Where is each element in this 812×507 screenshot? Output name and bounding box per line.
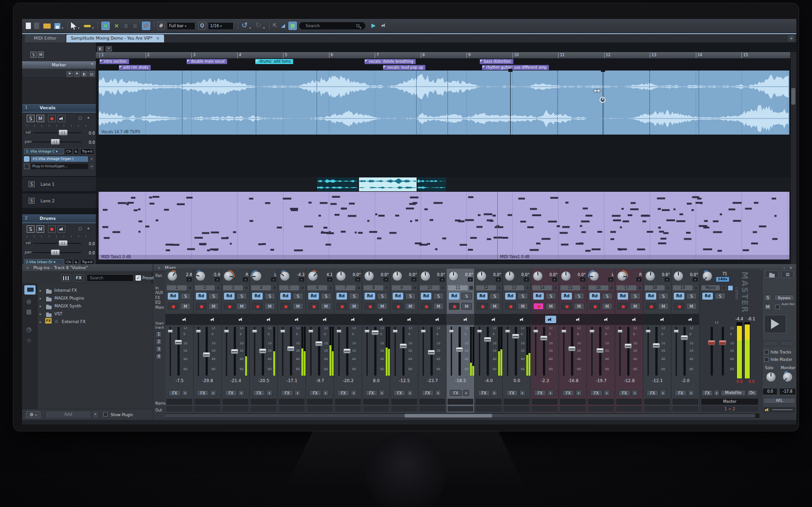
track-pan-handle[interactable] (51, 249, 60, 255)
channel-number[interactable]: 7 (335, 285, 355, 290)
solo-button[interactable]: S (208, 293, 219, 300)
new-file-icon-dim[interactable] (34, 23, 39, 29)
channel-monitor-button[interactable] (236, 316, 247, 323)
aux-fader-track[interactable] (479, 327, 480, 376)
channel-number[interactable]: 16 (588, 285, 608, 290)
pan-knob[interactable] (533, 271, 543, 281)
start-track-button-4[interactable]: 4 (156, 354, 162, 360)
pan-menu-icon[interactable]: ▾ (608, 277, 613, 282)
channel-out-field[interactable] (616, 406, 642, 412)
lock-icon[interactable]: ◻ (78, 226, 84, 232)
record-button[interactable] (618, 303, 628, 310)
mixer-channel-16[interactable]: L▾16RdSM12010204080-19.7FX▾ (587, 269, 615, 413)
search-input[interactable]: Search (299, 22, 366, 30)
aux-fader-track[interactable] (507, 327, 508, 376)
volume-fader-handle[interactable] (231, 349, 238, 354)
plugin-slot-menu-icon[interactable]: ▾ (89, 164, 94, 169)
arranger-dropdown-icon[interactable]: ▾ (106, 46, 112, 52)
arranger-solo-button[interactable]: S (30, 52, 36, 58)
volume-fader-handle[interactable] (203, 352, 210, 357)
aux-fader-handle[interactable] (308, 330, 313, 333)
marker-chip[interactable]: add rim shots (119, 65, 151, 70)
channel-fx-menu-icon[interactable]: ▾ (435, 390, 441, 396)
hide-tracks-checkbox[interactable] (764, 350, 769, 354)
mixer-scrollbar-bright[interactable] (405, 414, 492, 418)
aux-fader-handle[interactable] (646, 330, 651, 333)
solo-knob[interactable] (766, 372, 776, 382)
channel-out-field[interactable] (588, 406, 614, 412)
aux-fader-handle[interactable] (674, 330, 679, 333)
master-read-button[interactable]: Rd (702, 293, 713, 300)
mixer-channel-6[interactable]: 4.1▾6RdSM12010204080-9.7FX▾ (306, 269, 334, 413)
range-handle[interactable] (508, 69, 512, 72)
record-button[interactable] (589, 303, 600, 310)
channel-fx-button[interactable]: FX (675, 390, 687, 396)
aux-fader-handle[interactable] (449, 330, 454, 333)
volume-fader-track[interactable] (402, 327, 405, 376)
channel-fx-menu-icon[interactable]: ▾ (294, 390, 300, 396)
mute-button[interactable]: M (293, 303, 303, 310)
aux-fader-handle[interactable] (618, 330, 623, 333)
master-fader-track[interactable] (722, 327, 724, 376)
pan-knob[interactable] (673, 271, 683, 281)
pan-menu-icon[interactable]: ▾ (665, 277, 670, 282)
global-mute-button[interactable]: M (764, 304, 771, 310)
track-record-button[interactable] (48, 225, 56, 233)
channel-monitor-button[interactable] (264, 316, 275, 323)
mixer-master-strip[interactable]: 71140xMonoRdSMASTERcarbon1212010204080-4… (700, 269, 760, 413)
channel-option-button[interactable] (610, 286, 614, 290)
mute-button[interactable]: M (349, 303, 359, 310)
channel-number[interactable]: 4 (251, 285, 271, 290)
volume-fader-handle[interactable] (653, 343, 660, 348)
marker-tool-icon-2[interactable]: ◧ (81, 71, 88, 77)
channel-out-field[interactable] (335, 406, 361, 412)
aux-fader-track[interactable] (170, 327, 171, 376)
channel-fx-button[interactable]: FX (478, 390, 490, 396)
channel-out-field[interactable] (644, 406, 670, 412)
chevron-right-icon[interactable]: ▸ (40, 303, 41, 310)
volume-fader-handle[interactable] (596, 348, 604, 353)
pan-menu-icon[interactable]: ▾ (693, 277, 698, 282)
channel-fx-button[interactable]: FX (281, 390, 293, 396)
volume-fader-handle[interactable] (540, 336, 547, 341)
pan-menu-icon[interactable]: ▾ (299, 277, 304, 282)
solo-button[interactable]: S (236, 293, 247, 300)
object-mode-icon[interactable]: ⇄ (142, 22, 150, 30)
track-vol-handle[interactable] (59, 130, 68, 136)
pan-knob[interactable] (392, 271, 402, 281)
mute-button[interactable]: M (433, 303, 444, 310)
channel-fx-button[interactable]: FX (534, 390, 546, 396)
mute-button[interactable]: M (658, 303, 669, 310)
marker-tool-icon-0[interactable]: ⚑ (66, 71, 73, 77)
volume-fader-handle[interactable] (371, 330, 379, 335)
track-transpose-chip[interactable]: Trp+0 (80, 148, 94, 154)
channel-fx-menu-icon[interactable]: ▾ (210, 390, 216, 396)
channel-name-field[interactable] (560, 399, 586, 405)
channel-monitor-button[interactable] (377, 316, 388, 323)
volume-fader-track[interactable] (487, 327, 489, 376)
star-icon[interactable]: ✦ (87, 226, 92, 232)
lane-solo-button[interactable]: S (29, 198, 35, 204)
read-automation-button[interactable]: Rd (196, 293, 206, 300)
track-monitor-button[interactable] (58, 225, 65, 233)
channel-out-field[interactable] (419, 406, 445, 412)
mixer-channel-1[interactable]: 2.8▾1RdSM12010204080-7.5FX▾ (165, 269, 194, 413)
mixer-channel-15[interactable]: 0.0°▾15RdSM12010204080-16.8FX▾ (559, 269, 587, 413)
show-plugin-checkbox[interactable] (103, 412, 108, 417)
channel-fx-button[interactable]: FX (450, 390, 462, 396)
save-icon[interactable] (54, 23, 60, 29)
channel-name-field[interactable] (307, 399, 333, 405)
start-track-button-1[interactable]: 1 (156, 331, 162, 337)
channel-monitor-button[interactable] (208, 316, 219, 323)
channel-name-field[interactable] (223, 399, 248, 405)
channel-fx-menu-icon[interactable]: ▾ (379, 390, 385, 396)
channel-fx-button[interactable]: FX (590, 390, 602, 396)
master-mono-button[interactable]: Mono (701, 285, 720, 290)
pan-menu-icon[interactable]: ▾ (383, 277, 388, 282)
mixer-channel-8[interactable]: 0.0°▾8RdSM120102040808.0FX▾ (362, 269, 390, 413)
channel-monitor-button[interactable] (573, 316, 584, 323)
mixer-channel-9[interactable]: 0.0°▾9RdSM12010204080-12.5FX▾ (390, 269, 418, 413)
channel-name-field[interactable] (279, 399, 305, 405)
aux-fader-handle[interactable] (561, 330, 566, 333)
grid-view-icon[interactable]: ▦ (288, 22, 297, 30)
